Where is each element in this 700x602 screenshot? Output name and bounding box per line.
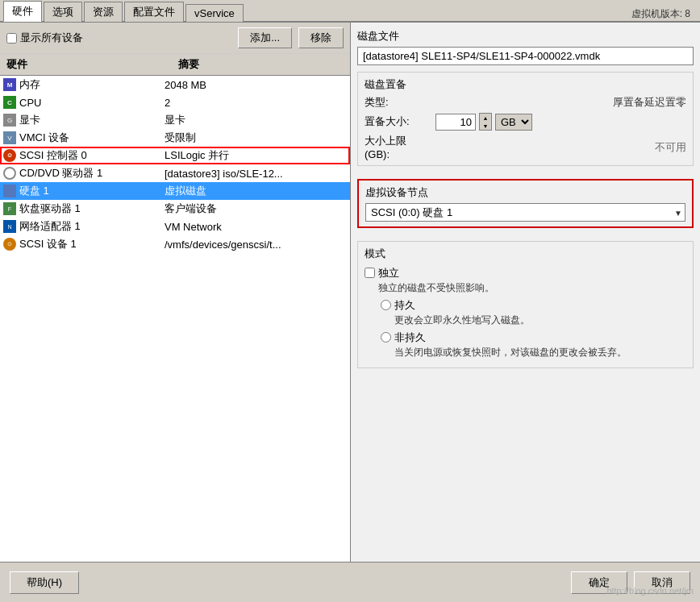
- tab-resources[interactable]: 资源: [84, 2, 123, 22]
- hw-name-floppy: 软盘驱动器 1: [19, 201, 81, 216]
- vdev-title: 虚拟设备节点: [365, 185, 685, 200]
- gpu-icon: G: [3, 114, 16, 127]
- max-value: 不可用: [435, 140, 686, 155]
- show-all-devices-label: 显示所有设备: [20, 31, 83, 45]
- help-button[interactable]: 帮助(H): [10, 571, 79, 594]
- type-label: 类型:: [365, 95, 429, 110]
- tab-hardware[interactable]: 硬件: [3, 1, 42, 22]
- hw-name-net: 网络适配器 1: [19, 219, 81, 234]
- hw-summary-hdd: 虚拟磁盘: [165, 184, 347, 198]
- cdrom-icon: [3, 167, 16, 180]
- disk-provision-title: 磁盘置备: [365, 77, 686, 92]
- show-all-devices-group: 显示所有设备: [6, 31, 238, 45]
- hw-name-gpu: 显卡: [19, 113, 40, 127]
- vmci-icon: V: [3, 131, 16, 144]
- tab-bar: 硬件 选项 资源 配置文件 vService 虚拟机版本: 8: [0, 0, 700, 23]
- ram-icon: M: [3, 78, 16, 91]
- hw-row-cdrom[interactable]: CD/DVD 驱动器 1 [datastore3] iso/SLE-12...: [0, 164, 350, 182]
- disk-file-title: 磁盘文件: [357, 29, 694, 44]
- bottom-bar: 帮助(H) 确定 取消: [0, 562, 700, 602]
- hardware-table-header: 硬件 摘要: [0, 54, 350, 76]
- scsi-dev-icon: ⊙: [3, 238, 16, 251]
- hw-name-memory: 内存: [19, 77, 40, 92]
- hw-name-scsi-dev: SCSI 设备 1: [19, 237, 77, 251]
- nonpersistent-radio[interactable]: [381, 332, 391, 343]
- left-panel: 显示所有设备 添加... 移除 硬件 摘要 M 内存 2048: [0, 23, 351, 562]
- persistent-label: 持久: [394, 298, 530, 313]
- independent-label: 独立: [378, 266, 494, 280]
- col-hardware: 硬件: [3, 56, 175, 73]
- mode-section: 模式 独立 独立的磁盘不受快照影响。 持久 更改会立即永久性地写入磁盘。: [357, 241, 694, 368]
- hw-name-vmci: VMCI 设备: [19, 131, 69, 145]
- hw-name-cdrom: CD/DVD 驱动器 1: [19, 166, 102, 181]
- hw-row-memory[interactable]: M 内存 2048 MB: [0, 76, 350, 93]
- persistent-option: 持久 更改会立即永久性地写入磁盘。: [381, 298, 686, 327]
- size-input[interactable]: [435, 114, 476, 131]
- hw-row-hdd[interactable]: 硬盘 1 虚拟磁盘: [0, 182, 350, 200]
- hw-summary-scsi-dev: /vmfs/devices/genscsi/t...: [165, 239, 347, 251]
- hardware-table: M 内存 2048 MB C CPU 2 G: [0, 76, 350, 562]
- hw-summary-scsi-ctrl: LSILogic 并行: [165, 148, 347, 163]
- tab-vservice[interactable]: vService: [185, 4, 244, 22]
- hw-summary-gpu: 显卡: [165, 113, 347, 127]
- independent-checkbox[interactable]: [365, 268, 375, 278]
- hw-summary-net: VM Network: [165, 221, 347, 233]
- nonpersistent-label: 非持久: [394, 330, 627, 345]
- persistent-desc: 更改会立即永久性地写入磁盘。: [394, 313, 530, 327]
- vdev-section: 虚拟设备节点 SCSI (0:0) 硬盘 1: [357, 179, 694, 228]
- tab-options[interactable]: 选项: [44, 2, 82, 22]
- col-summary: 摘要: [175, 56, 347, 73]
- hw-row-vmci[interactable]: V VMCI 设备 受限制: [0, 129, 350, 147]
- hw-row-cpu[interactable]: C CPU 2: [0, 93, 350, 111]
- floppy-icon: F: [3, 202, 16, 215]
- hw-name-cpu: CPU: [19, 97, 41, 109]
- hw-summary-cdrom: [datastore3] iso/SLE-12...: [165, 168, 347, 180]
- hw-summary-floppy: 客户端设备: [165, 201, 347, 216]
- hw-row-floppy[interactable]: F 软盘驱动器 1 客户端设备: [0, 200, 350, 218]
- hw-row-scsi-dev[interactable]: ⊙ SCSI 设备 1 /vmfs/devices/genscsi/t...: [0, 235, 350, 253]
- scsi-ctrl-icon: ⊙: [3, 149, 16, 162]
- hw-summary-memory: 2048 MB: [165, 79, 347, 91]
- nonpersistent-option: 非持久 当关闭电源或恢复快照时，对该磁盘的更改会被丢弃。: [381, 330, 686, 359]
- persistent-radio[interactable]: [381, 300, 391, 310]
- hw-row-gpu[interactable]: G 显卡 显卡: [0, 111, 350, 129]
- tab-config[interactable]: 配置文件: [124, 2, 184, 22]
- vdev-select[interactable]: SCSI (0:0) 硬盘 1: [365, 203, 685, 222]
- watermark: http://blog.csdn.net/jm: [606, 586, 694, 596]
- nonpersistent-desc: 当关闭电源或恢复快照时，对该磁盘的更改会被丢弃。: [394, 346, 627, 359]
- size-label: 置备大小:: [365, 114, 429, 129]
- main-content: 显示所有设备 添加... 移除 硬件 摘要 M 内存 2048: [0, 23, 700, 562]
- hw-row-scsi-ctrl[interactable]: ⊙ SCSI 控制器 0 LSILogic 并行: [0, 147, 350, 164]
- size-down-button[interactable]: ▼: [480, 122, 491, 130]
- max-label: 大小上限 (GB):: [365, 134, 429, 160]
- size-unit-select[interactable]: GB MB: [495, 114, 532, 131]
- disk-file-input[interactable]: [357, 47, 694, 65]
- add-button[interactable]: 添加...: [238, 27, 292, 48]
- type-value: 厚置备延迟置零: [435, 95, 686, 110]
- independent-desc: 独立的磁盘不受快照影响。: [378, 281, 494, 295]
- mode-title: 模式: [365, 247, 686, 261]
- show-all-devices-checkbox[interactable]: [6, 33, 17, 44]
- hw-name-hdd: 硬盘 1: [19, 184, 49, 198]
- disk-provision-section: 磁盘置备 类型: 厚置备延迟置零 置备大小: ▲ ▼ GB MB: [357, 72, 694, 166]
- hw-summary-cpu: 2: [165, 97, 347, 109]
- net-icon: N: [3, 220, 16, 233]
- size-up-button[interactable]: ▲: [480, 114, 491, 122]
- disk-file-section: 磁盘文件: [357, 29, 694, 65]
- hw-name-scsi-ctrl: SCSI 控制器 0: [19, 148, 87, 163]
- left-toolbar: 显示所有设备 添加... 移除: [0, 23, 350, 54]
- hdd-icon: [3, 185, 16, 197]
- size-spinner: ▲ ▼: [479, 113, 492, 131]
- right-panel: 磁盘文件 磁盘置备 类型: 厚置备延迟置零 置备大小: ▲ ▼: [351, 23, 700, 562]
- cpu-icon: C: [3, 96, 16, 109]
- hw-row-net[interactable]: N 网络适配器 1 VM Network: [0, 218, 350, 235]
- vdev-select-wrapper: SCSI (0:0) 硬盘 1: [365, 203, 685, 222]
- vm-version-label: 虚拟机版本: 8: [631, 7, 690, 21]
- hw-summary-vmci: 受限制: [165, 131, 347, 145]
- remove-button[interactable]: 移除: [298, 27, 344, 48]
- independent-option: 独立 独立的磁盘不受快照影响。: [365, 266, 686, 295]
